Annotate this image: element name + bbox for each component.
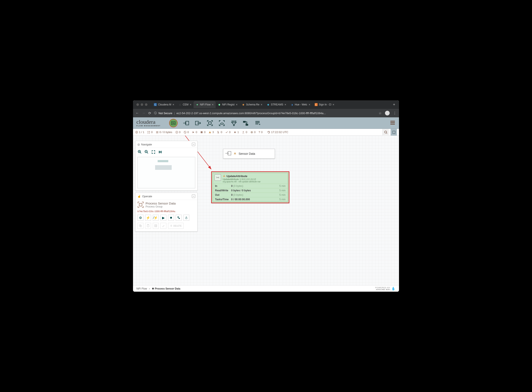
start-button[interactable]: ▶ bbox=[160, 215, 166, 221]
svg-point-15 bbox=[384, 131, 387, 133]
warning-icon bbox=[233, 152, 236, 156]
processor-component[interactable]: UpdateAttribute UpdateAttribute 1.9.0.1.… bbox=[211, 171, 289, 203]
tab-cem[interactable]: ◌CEM× bbox=[176, 101, 194, 108]
tab-favicon-icon: ◑ bbox=[291, 103, 293, 106]
close-window-icon[interactable] bbox=[136, 103, 139, 106]
processor-drag-icon[interactable] bbox=[169, 119, 178, 127]
input-port-component[interactable]: Sensor Data bbox=[223, 149, 275, 159]
bulletin-button[interactable] bbox=[390, 129, 397, 136]
svg-rect-20 bbox=[139, 203, 142, 206]
output-port-drag-icon[interactable] bbox=[195, 120, 201, 126]
star-icon[interactable]: ☆ bbox=[379, 111, 382, 115]
profile-icon[interactable] bbox=[385, 111, 390, 115]
tabs-row: CCloudera M× ◌CEM× ❖NiFi Flow× ⬢NiFi Reg… bbox=[152, 101, 391, 108]
remote-group-drag-icon[interactable] bbox=[218, 120, 225, 126]
tab-nifi-flow[interactable]: ❖NiFi Flow× bbox=[194, 101, 216, 108]
disable-button[interactable]: ⚡⁄ bbox=[153, 215, 159, 221]
tab-cloudera[interactable]: CCloudera M× bbox=[152, 101, 176, 108]
process-group-drag-icon[interactable] bbox=[207, 120, 213, 126]
status-invalid: 3 bbox=[208, 131, 214, 134]
status-threads: 1 / 1 bbox=[135, 131, 144, 134]
status-queued: 0 bbox=[147, 131, 153, 134]
zoom-actual-button[interactable] bbox=[158, 150, 162, 154]
label-drag-icon[interactable] bbox=[254, 120, 261, 126]
processor-name: UpdateAttribute bbox=[227, 175, 247, 178]
upload-template-button[interactable] bbox=[183, 215, 189, 221]
operate-name: Process Sensor Data bbox=[146, 201, 176, 205]
tab-schema[interactable]: ⬢Schema Re× bbox=[240, 101, 264, 108]
operate-id: b74e78e5-016c-1000-ffff-ffffaff1084a bbox=[138, 210, 195, 213]
input-port-icon bbox=[225, 151, 231, 157]
tab-signin[interactable]: CSign In · Cl× bbox=[313, 101, 337, 108]
back-icon[interactable]: ← bbox=[135, 111, 139, 115]
info-icon: ⓘ bbox=[154, 111, 157, 115]
minimize-window-icon[interactable] bbox=[141, 103, 143, 106]
zoom-in-button[interactable] bbox=[138, 150, 142, 154]
zoom-out-button[interactable] bbox=[144, 150, 149, 154]
status-not-transmitting: 0 bbox=[184, 131, 189, 134]
reload-icon[interactable]: ⟳ bbox=[148, 111, 151, 115]
more-icon[interactable]: ⋮ bbox=[393, 111, 397, 115]
template-drag-icon[interactable] bbox=[242, 120, 249, 126]
tab-hue[interactable]: ◑Hue - Welc× bbox=[288, 101, 312, 108]
status-refresh[interactable]: 17:22:02 UTC bbox=[267, 131, 288, 134]
close-icon[interactable]: × bbox=[309, 103, 310, 106]
address-field[interactable]: ⓘ Not Secure | ec2-54-202-2-197.us-west-… bbox=[154, 111, 376, 115]
input-port-drag-icon[interactable] bbox=[183, 120, 190, 126]
global-menu-button[interactable] bbox=[390, 120, 396, 126]
search-button[interactable] bbox=[382, 129, 389, 136]
status-running: 0 bbox=[192, 131, 197, 134]
collapse-button[interactable]: − bbox=[192, 143, 195, 146]
status-transmitting: 0 bbox=[175, 131, 180, 134]
close-icon[interactable]: × bbox=[284, 103, 286, 106]
status-sync-failure: ?0 bbox=[259, 131, 263, 134]
new-tab-button[interactable]: + bbox=[391, 103, 397, 107]
tab-favicon-icon: C bbox=[154, 103, 157, 106]
maximize-window-icon[interactable] bbox=[145, 103, 148, 106]
svg-rect-9 bbox=[149, 132, 150, 133]
close-icon[interactable]: × bbox=[190, 103, 191, 106]
flow-canvas[interactable]: ◎ Navigate − ☝ Operate − bbox=[133, 136, 399, 285]
status-locally-modified: 1 bbox=[233, 131, 239, 134]
tab-streams[interactable]: ⬢STREAMS× bbox=[264, 101, 288, 108]
tab-favicon-icon: ⬢ bbox=[218, 103, 221, 106]
svg-point-14 bbox=[250, 131, 253, 133]
compass-icon: ◎ bbox=[138, 143, 140, 146]
navigate-panel: ◎ Navigate − bbox=[135, 141, 198, 191]
zoom-fit-button[interactable] bbox=[151, 150, 156, 154]
browser-tabs-bar: CCloudera M× ◌CEM× ❖NiFi Flow× ⬢NiFi Reg… bbox=[133, 100, 399, 109]
configure-button[interactable]: ⚙ bbox=[138, 215, 143, 221]
svg-rect-7 bbox=[149, 131, 150, 132]
app-header: cloudera FLOW MANAGEMENT bbox=[133, 117, 399, 129]
svg-rect-21 bbox=[178, 217, 179, 217]
processor-stats: In0 (0 bytes)5 min Read/Write0 bytes / 0… bbox=[213, 184, 288, 201]
close-icon[interactable]: × bbox=[172, 103, 174, 106]
operate-type: Process Group bbox=[146, 205, 176, 208]
enable-button[interactable]: ⚡ bbox=[145, 215, 151, 221]
funnel-drag-icon[interactable] bbox=[230, 120, 237, 126]
birdseye-view[interactable] bbox=[138, 157, 195, 188]
template-button[interactable] bbox=[176, 215, 182, 221]
tab-registry[interactable]: ⬢NiFi Regist× bbox=[216, 101, 240, 108]
breadcrumb: NiFi Flow » ✱Process Sensor Data POWERED… bbox=[133, 285, 399, 292]
close-icon[interactable]: × bbox=[212, 103, 213, 106]
breadcrumb-root[interactable]: NiFi Flow bbox=[136, 287, 147, 290]
close-icon[interactable]: × bbox=[333, 103, 334, 106]
svg-rect-27 bbox=[148, 224, 148, 225]
copy-button bbox=[138, 223, 143, 229]
svg-rect-8 bbox=[148, 132, 148, 133]
collapse-button[interactable]: − bbox=[192, 195, 195, 198]
svg-rect-23 bbox=[186, 218, 187, 219]
svg-rect-29 bbox=[155, 225, 156, 226]
close-icon[interactable]: × bbox=[261, 103, 262, 106]
component-toolbar bbox=[169, 119, 261, 127]
forward-icon[interactable]: → bbox=[142, 111, 145, 115]
svg-rect-4 bbox=[243, 121, 246, 123]
status-stale: 0 bbox=[242, 131, 247, 134]
asterisk-icon: ✱ bbox=[152, 287, 154, 290]
processor-type: UpdateAttribute 1.9.0.1.0.1.0-12 bbox=[223, 178, 286, 181]
close-icon[interactable]: × bbox=[236, 103, 237, 106]
tab-favicon-icon: ◌ bbox=[178, 103, 181, 106]
breadcrumb-current[interactable]: Process Sensor Data bbox=[155, 287, 180, 290]
stop-button[interactable]: ■ bbox=[168, 215, 174, 221]
